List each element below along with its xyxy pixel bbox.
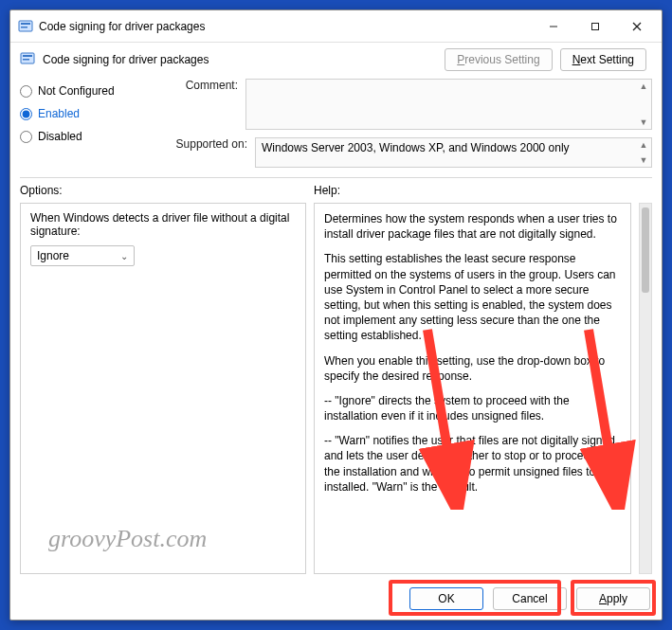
window-title: Code signing for driver packages bbox=[39, 20, 533, 33]
radio-enabled[interactable]: Enabled bbox=[20, 107, 162, 120]
help-text: Determines how the system responds when … bbox=[324, 211, 621, 495]
previous-setting-button: Previous Setting bbox=[445, 48, 552, 71]
radio-enabled-input[interactable] bbox=[20, 108, 32, 120]
titlebar: Code signing for driver packages bbox=[10, 10, 662, 43]
page-title: Code signing for driver packages bbox=[43, 53, 445, 66]
cancel-button[interactable]: Cancel bbox=[493, 587, 567, 610]
config-row: Not Configured Enabled Disabled Comment:… bbox=[10, 73, 662, 171]
dialog-window: Code signing for driver packages Code si… bbox=[9, 9, 663, 621]
app-icon bbox=[18, 19, 33, 34]
divider bbox=[20, 177, 652, 178]
svg-rect-2 bbox=[21, 27, 27, 28]
maximize-button[interactable] bbox=[574, 10, 616, 42]
ok-button[interactable]: OK bbox=[409, 587, 483, 610]
options-pane: When Windows detects a driver file witho… bbox=[20, 203, 306, 574]
options-heading: Options: bbox=[20, 184, 314, 197]
svg-rect-8 bbox=[23, 55, 32, 57]
section-labels: Options: Help: bbox=[10, 184, 662, 197]
chevron-down-icon: ⌄ bbox=[120, 251, 128, 261]
scrollbar-thumb[interactable] bbox=[642, 207, 649, 293]
comment-scrollbar[interactable]: ▲▼ bbox=[636, 80, 651, 129]
footer: OK Cancel Apply bbox=[10, 580, 662, 620]
next-setting-button[interactable]: Next Setting bbox=[560, 48, 646, 71]
comment-textarea[interactable]: ▲▼ bbox=[245, 79, 652, 130]
comment-label: Comment: bbox=[172, 79, 238, 92]
state-radio-group: Not Configured Enabled Disabled bbox=[20, 79, 162, 168]
radio-not-configured-input[interactable] bbox=[20, 85, 32, 98]
minimize-button[interactable] bbox=[533, 10, 574, 42]
policy-icon bbox=[20, 51, 37, 68]
supported-on-text: Windows Server 2003, Windows XP, and Win… bbox=[255, 137, 652, 168]
main-scrollbar[interactable] bbox=[639, 203, 652, 574]
svg-rect-1 bbox=[21, 23, 30, 25]
radio-disabled[interactable]: Disabled bbox=[20, 130, 162, 143]
radio-not-configured[interactable]: Not Configured bbox=[20, 84, 162, 98]
radio-disabled-label: Disabled bbox=[38, 130, 82, 143]
help-heading: Help: bbox=[314, 184, 652, 197]
close-button[interactable] bbox=[616, 10, 658, 42]
dropdown-value: Ignore bbox=[37, 249, 69, 262]
content-panes: When Windows detects a driver file witho… bbox=[10, 197, 662, 580]
svg-rect-7 bbox=[21, 53, 34, 63]
header-row: Code signing for driver packages Previou… bbox=[10, 43, 662, 73]
response-dropdown[interactable]: Ignore ⌄ bbox=[30, 245, 135, 266]
radio-disabled-input[interactable] bbox=[20, 131, 32, 143]
radio-enabled-label: Enabled bbox=[38, 107, 80, 120]
svg-rect-4 bbox=[592, 23, 599, 29]
supported-on-label: Supported on: bbox=[172, 137, 247, 151]
svg-rect-0 bbox=[19, 21, 32, 31]
options-description: When Windows detects a driver file witho… bbox=[30, 211, 296, 238]
supported-scrollbar[interactable]: ▲▼ bbox=[636, 138, 651, 167]
apply-button[interactable]: Apply bbox=[576, 587, 650, 610]
svg-rect-9 bbox=[23, 59, 29, 61]
radio-not-configured-label: Not Configured bbox=[38, 84, 115, 98]
help-pane: Determines how the system responds when … bbox=[314, 203, 631, 574]
window-controls bbox=[533, 10, 658, 42]
